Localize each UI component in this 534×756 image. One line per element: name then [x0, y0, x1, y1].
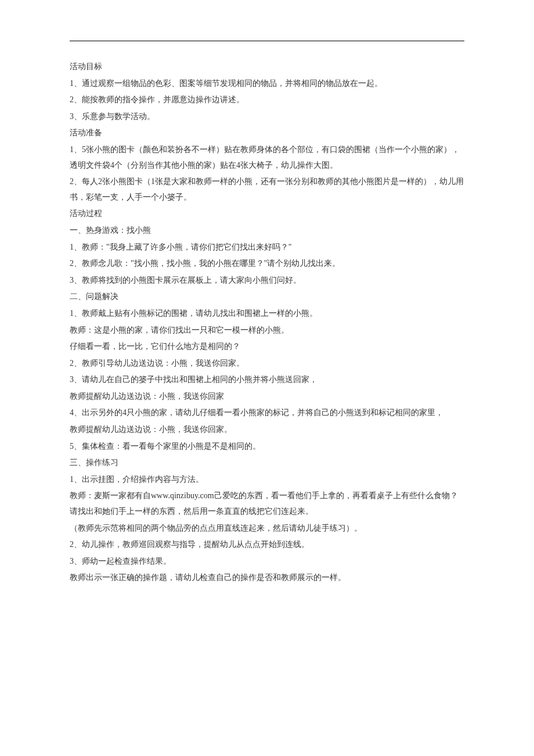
document-page: 活动目标1、通过观察一组物品的色彩、图案等细节发现相同的物品，并将相同的物品放在…	[0, 0, 534, 645]
text-line: 2、教师引导幼儿边送边说：小熊，我送你回家。	[70, 355, 464, 372]
text-line: 1、教师戴上贴有小熊标记的围裙，请幼儿找出和围裙上一样的小熊。	[70, 305, 464, 322]
text-line: 1、通过观察一组物品的色彩、图案等细节发现相同的物品，并将相同的物品放在一起。	[70, 75, 464, 92]
text-line: 教师出示一张正确的操作题，请幼儿检查自己的操作是否和教师展示的一样。	[70, 570, 464, 586]
horizontal-rule	[70, 41, 464, 41]
text-line: 二、问题解决	[70, 289, 464, 305]
text-line: 教师：麦斯一家都有自www.qinzibuy.com己爱吃的东西，看一看他们手上…	[70, 488, 464, 520]
text-line: 3、师幼一起检查操作结果。	[70, 553, 464, 570]
text-line: 教师提醒幼儿边送边说：小熊，我送你回家	[70, 388, 464, 405]
text-line: 1、5张小熊的图卡（颜色和装扮各不一样）贴在教师身体的各个部位，有口袋的围裙（当…	[70, 142, 464, 174]
text-line: 3、乐意参与数学活动。	[70, 109, 464, 125]
text-line: 5、集体检查：看一看每个家里的小熊是不是相同的。	[70, 438, 464, 455]
text-line: 1、出示挂图，介绍操作内容与方法。	[70, 471, 464, 488]
text-line: 1、教师："我身上藏了许多小熊，请你们把它们找出来好吗？"	[70, 239, 464, 256]
text-line: 活动准备	[70, 125, 464, 142]
text-line: 2、能按教师的指令操作，并愿意边操作边讲述。	[70, 92, 464, 109]
text-line: 4、出示另外的4只小熊的家，请幼儿仔细看一看小熊家的标记，并将自己的小熊送到和标…	[70, 405, 464, 422]
text-line: 2、幼儿操作，教师巡回观察与指导，提醒幼儿从点点开始到连线。	[70, 537, 464, 553]
text-line: 教师：这是小熊的家，请你们找出一只和它一模一样的小熊。	[70, 322, 464, 339]
document-body: 活动目标1、通过观察一组物品的色彩、图案等细节发现相同的物品，并将相同的物品放在…	[70, 59, 464, 586]
text-line: 3、请幼儿在自己的篓子中找出和围裙上相同的小熊并将小熊送回家，	[70, 372, 464, 388]
text-line: 3、教师将找到的小熊图卡展示在展板上，请大家向小熊们问好。	[70, 272, 464, 289]
text-line: 2、每人2张小熊图卡（1张是大家和教师一样的小熊，还有一张分别和教师的其他小熊图…	[70, 174, 464, 206]
text-line: 活动目标	[70, 59, 464, 75]
text-line: 一、热身游戏：找小熊	[70, 222, 464, 239]
text-line: 三、操作练习	[70, 455, 464, 471]
text-line: 教师提醒幼儿边送边说：小熊，我送你回家。	[70, 422, 464, 438]
text-line: 仔细看一看，比一比，它们什么地方是相同的？	[70, 339, 464, 355]
text-line: 2、教师念儿歌："找小熊，找小熊，我的小熊在哪里？"请个别幼儿找出来。	[70, 255, 464, 272]
text-line: 活动过程	[70, 206, 464, 222]
text-line: （教师先示范将相同的两个物品旁的点点用直线连起来，然后请幼儿徒手练习）。	[70, 520, 464, 537]
